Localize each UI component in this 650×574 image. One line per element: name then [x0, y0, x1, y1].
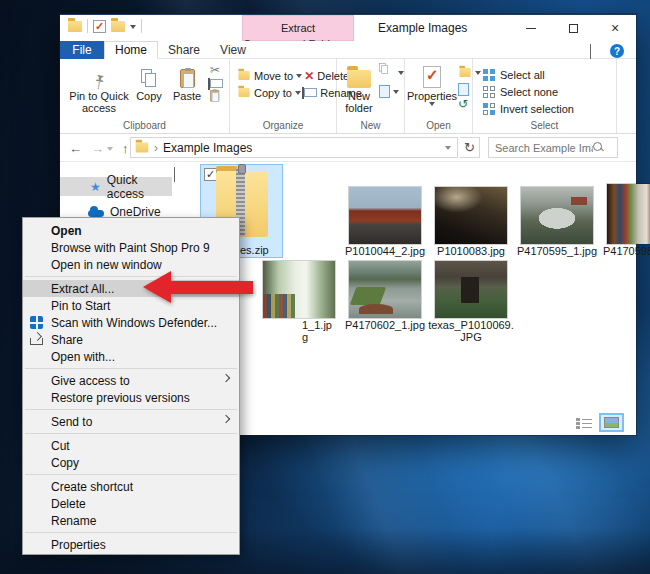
search-box[interactable]	[488, 137, 618, 158]
tab-home[interactable]: Home	[104, 41, 158, 59]
easy-access-button[interactable]	[379, 64, 404, 81]
menu-item-copy[interactable]: Copy	[23, 454, 239, 471]
tab-share[interactable]: Share	[158, 41, 210, 59]
sidebar-item-quick-access[interactable]: ★ Quick access	[60, 177, 172, 196]
details-view-button[interactable]	[575, 417, 592, 430]
file-name[interactable]: 1_1.jpg	[263, 319, 335, 343]
invert-selection-icon	[483, 103, 495, 115]
easy-access-icon	[379, 63, 389, 74]
up-button[interactable]: ↑	[122, 141, 129, 156]
group-label-select: Select	[473, 120, 616, 131]
menu-item-open-in-new-window[interactable]: Open in new window	[23, 256, 239, 273]
help-button[interactable]: ?	[610, 44, 624, 58]
chevron-down-icon	[429, 102, 435, 109]
group-label-new: New	[337, 120, 404, 131]
file-thumbnail[interactable]	[263, 261, 335, 318]
new-folder-icon[interactable]	[111, 21, 125, 32]
edit-button[interactable]	[458, 83, 469, 96]
menu-item-send-to[interactable]: Send to	[23, 413, 239, 430]
file-name[interactable]: texas_P1010069.JPG	[428, 319, 514, 343]
pin-to-quick-access-button[interactable]: 📌︎ Pin to Quick access	[68, 62, 130, 114]
address-bar-row: ← → ↑ › Example Images ↻	[60, 135, 636, 161]
menu-item-give-access-to[interactable]: Give access to	[23, 372, 239, 389]
file-thumbnail[interactable]	[521, 187, 593, 244]
move-to-icon	[238, 71, 249, 80]
maximize-icon	[569, 24, 578, 33]
search-icon[interactable]	[593, 142, 604, 153]
file-name[interactable]: P1010044_2.jpg	[342, 245, 428, 257]
menu-item-cut[interactable]: Cut	[23, 437, 239, 454]
file-name[interactable]: P4170595_1.jpg	[514, 245, 600, 257]
quick-access-star-icon: ★	[90, 180, 101, 194]
arrow-body	[170, 281, 253, 294]
menu-item-pin-to-start[interactable]: Pin to Start	[23, 297, 239, 314]
file-thumbnail[interactable]	[435, 187, 507, 244]
menu-item-scan-with-windows-defender[interactable]: Scan with Windows Defender...	[23, 314, 239, 331]
menu-item-create-shortcut[interactable]: Create shortcut	[23, 478, 239, 495]
menu-item-rename[interactable]: Rename	[23, 512, 239, 529]
tab-file[interactable]: File	[60, 41, 104, 59]
onedrive-cloud-icon	[88, 206, 105, 217]
file-thumbnail[interactable]	[607, 184, 650, 244]
select-none-icon	[483, 86, 495, 98]
ribbon-group-clipboard: 📌︎ Pin to Quick access Copy Paste ✂ Cli	[60, 59, 230, 133]
copy-button[interactable]: Copy	[130, 62, 168, 114]
ribbon: 📌︎ Pin to Quick access Copy Paste ✂ Cli	[60, 59, 636, 134]
menu-item-share[interactable]: Share	[23, 331, 239, 348]
refresh-button[interactable]: ↻	[460, 137, 480, 158]
select-all-button[interactable]: Select all	[483, 66, 616, 83]
file-name[interactable]: P1010083.jpg	[428, 245, 514, 257]
chevron-down-icon	[398, 71, 404, 78]
context-menu: Open Browse with Paint Shop Pro 9 Open i…	[22, 217, 240, 555]
arrow-head	[143, 271, 171, 303]
move-to-button[interactable]: Move to	[237, 67, 302, 84]
properties-check-icon[interactable]: ✓	[93, 20, 106, 33]
folder-icon	[136, 143, 149, 153]
paste-shortcut-button[interactable]	[210, 90, 219, 102]
address-dropdown-icon[interactable]	[445, 146, 451, 153]
address-bar[interactable]: › Example Images	[130, 137, 458, 158]
tab-view[interactable]: View	[210, 41, 256, 59]
maximize-button[interactable]	[552, 15, 594, 41]
collapse-ribbon-button[interactable]	[590, 45, 600, 55]
large-icons-view-button[interactable]	[599, 413, 624, 432]
invert-selection-button[interactable]: Invert selection	[483, 100, 616, 117]
scroll-up-icon[interactable]	[174, 168, 175, 182]
minimize-button[interactable]	[510, 15, 552, 41]
cut-button[interactable]: ✂	[210, 64, 225, 77]
menu-item-open-with[interactable]: Open with...	[23, 348, 239, 365]
back-button[interactable]: ←	[69, 141, 82, 156]
forward-button[interactable]: →	[91, 141, 104, 156]
select-all-icon	[483, 69, 495, 81]
file-thumbnail[interactable]	[435, 261, 507, 318]
file-thumbnail[interactable]	[349, 187, 421, 244]
select-none-button[interactable]: Select none	[483, 83, 616, 100]
file-name[interactable]: P4170602_1.jpg	[342, 319, 428, 331]
qat-dropdown-icon[interactable]	[130, 25, 136, 32]
close-button[interactable]: ×	[594, 15, 636, 41]
menu-item-browse-with-paint-shop-pro[interactable]: Browse with Paint Shop Pro 9	[23, 239, 239, 256]
folder-icon[interactable]	[68, 21, 82, 32]
file-name[interactable]: P4170598_1.jpg	[600, 245, 650, 257]
pin-icon: 📌︎	[89, 72, 110, 92]
new-folder-button[interactable]: New folder	[343, 62, 375, 114]
submenu-chevron-icon	[222, 374, 230, 382]
ribbon-tab-row: File Home Share View	[60, 41, 636, 59]
copy-to-button[interactable]: Copy to	[237, 84, 302, 101]
breadcrumb[interactable]: Example Images	[163, 141, 252, 155]
paste-button[interactable]: Paste	[168, 62, 206, 114]
windows-defender-icon	[30, 316, 43, 329]
file-thumbnail[interactable]	[349, 261, 421, 318]
properties-button[interactable]: Properties	[410, 62, 454, 111]
ribbon-group-open: Properties ↺ Open	[405, 59, 473, 133]
copy-to-icon	[238, 88, 249, 97]
menu-item-open[interactable]: Open	[23, 222, 239, 239]
search-input[interactable]	[489, 142, 593, 154]
menu-item-properties[interactable]: Properties	[23, 536, 239, 553]
menu-item-delete[interactable]: Delete	[23, 495, 239, 512]
menu-separator	[25, 433, 237, 434]
recent-locations-icon[interactable]	[107, 147, 113, 154]
copy-path-button[interactable]	[210, 79, 223, 88]
new-item-button[interactable]	[379, 83, 404, 100]
menu-item-restore-previous-versions[interactable]: Restore previous versions	[23, 389, 239, 406]
